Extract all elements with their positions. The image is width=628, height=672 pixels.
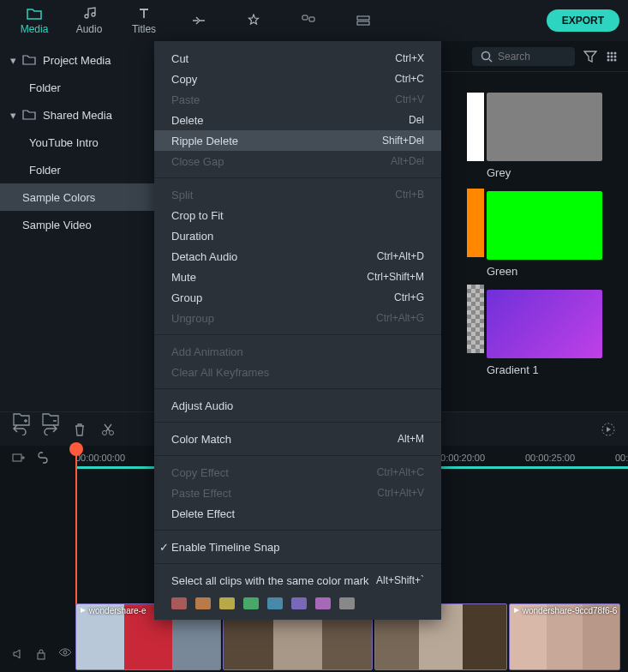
- menu-item[interactable]: Adjust Audio: [154, 395, 441, 416]
- color-swatch[interactable]: Grey: [487, 93, 602, 179]
- svg-rect-18: [38, 653, 45, 659]
- export-button[interactable]: EXPORT: [547, 9, 619, 32]
- menu-item[interactable]: Duration: [154, 225, 441, 246]
- svg-point-8: [607, 55, 610, 57]
- menu-label: Enable Timeline Snap: [171, 541, 424, 554]
- color-mark[interactable]: [219, 597, 235, 609]
- svg-point-14: [103, 430, 107, 435]
- menu-item[interactable]: CopyCtrl+C: [154, 69, 441, 89]
- color-swatch-partial[interactable]: [467, 285, 484, 353]
- color-mark[interactable]: [315, 597, 331, 609]
- svg-rect-3: [357, 21, 369, 25]
- transition-icon: [191, 13, 206, 28]
- search-field[interactable]: [498, 51, 558, 63]
- menu-item[interactable]: Color MatchAlt+M: [154, 429, 441, 449]
- svg-rect-0: [302, 15, 308, 20]
- sidebar-item[interactable]: Sample Colors(15: [0, 183, 180, 211]
- tree-label: Project Media: [43, 54, 159, 67]
- mute-track-button[interactable]: [12, 648, 24, 660]
- svg-point-19: [63, 651, 67, 654]
- timecode-label: 00:00:25:00: [525, 453, 575, 463]
- menu-item[interactable]: Select all clips with the same color mar…: [154, 570, 441, 591]
- color-swatch[interactable]: Green: [487, 191, 602, 278]
- color-mark[interactable]: [243, 597, 259, 609]
- swatch-label: Gradient 1: [487, 363, 602, 376]
- sidebar-item[interactable]: ▾Shared Media(1: [0, 101, 180, 129]
- tab-split[interactable]: [338, 2, 389, 39]
- color-mark[interactable]: [339, 597, 355, 609]
- sidebar-item[interactable]: Sample Video(20: [0, 211, 180, 238]
- menu-shortcut: Del: [409, 114, 424, 126]
- menu-item[interactable]: DeleteDel: [154, 110, 441, 130]
- svg-rect-2: [357, 16, 369, 20]
- delete-button[interactable]: [74, 423, 86, 436]
- menu-item[interactable]: CutCtrl+X: [154, 48, 441, 69]
- menu-item[interactable]: GroupCtrl+G: [154, 287, 441, 308]
- color-mark[interactable]: [267, 597, 283, 609]
- color-swatch-partial[interactable]: [467, 189, 484, 257]
- tab-titles[interactable]: Titles: [118, 2, 170, 39]
- sidebar-item[interactable]: YouTube Intro(1: [0, 129, 180, 156]
- menu-item[interactable]: ✓Enable Timeline Snap: [154, 537, 441, 557]
- timeline-settings-icon[interactable]: [601, 422, 616, 437]
- timeline-clip[interactable]: wondershare-9ccd78f6-6: [509, 603, 620, 670]
- menu-separator: [154, 388, 441, 389]
- menu-label: Color Match: [171, 433, 398, 446]
- menu-label: Mute: [171, 271, 367, 284]
- menu-item[interactable]: Crop to Fit: [154, 205, 441, 225]
- menu-label: Cut: [171, 52, 395, 65]
- menu-item[interactable]: Delete Effect: [154, 503, 441, 524]
- timecode-label: 00:00:00:00: [75, 453, 125, 463]
- top-bar: Media Audio Titles EXPORT: [0, 0, 628, 41]
- menu-shortcut: Shift+Del: [382, 135, 424, 147]
- color-swatch[interactable]: Gradient 1: [487, 290, 602, 376]
- split-button[interactable]: [101, 423, 115, 436]
- tab-media[interactable]: Media: [9, 2, 60, 39]
- sidebar-item[interactable]: ▾Project Media(0: [0, 46, 180, 74]
- tab-transitions[interactable]: [173, 2, 224, 39]
- clip-label: wondershare-e: [80, 606, 146, 615]
- undo-button[interactable]: [12, 423, 27, 435]
- color-mark[interactable]: [291, 597, 307, 609]
- tab-label: Media: [21, 23, 49, 35]
- menu-label: Adjust Audio: [171, 399, 424, 412]
- menu-separator: [154, 422, 441, 423]
- menu-separator: [154, 563, 441, 564]
- visibility-track-button[interactable]: [58, 648, 72, 660]
- svg-point-5: [607, 51, 610, 54]
- tab-effects[interactable]: [228, 2, 279, 39]
- color-swatch-partial[interactable]: [467, 93, 484, 161]
- grid-icon[interactable]: [606, 51, 618, 63]
- menu-shortcut: Ctrl+X: [395, 52, 424, 64]
- menu-item[interactable]: Ripple DeleteShift+Del: [154, 130, 441, 151]
- menu-item: PasteCtrl+V: [154, 89, 441, 110]
- redo-button[interactable]: [43, 423, 58, 435]
- swatch-label: Green: [487, 265, 602, 278]
- tab-elements[interactable]: [283, 2, 334, 39]
- folder-icon: [22, 110, 38, 120]
- effects-icon: [247, 13, 260, 28]
- svg-point-10: [614, 55, 617, 57]
- menu-item[interactable]: Detach AudioCtrl+Alt+D: [154, 246, 441, 267]
- elements-icon: [302, 13, 315, 28]
- tab-audio[interactable]: Audio: [63, 2, 115, 39]
- color-mark[interactable]: [195, 597, 211, 609]
- menu-item[interactable]: MuteCtrl+Shift+M: [154, 267, 441, 287]
- menu-shortcut: Ctrl+Alt+D: [377, 250, 424, 262]
- svg-point-13: [614, 58, 617, 61]
- add-marker-button[interactable]: [12, 452, 26, 464]
- menu-shortcut: Ctrl+C: [395, 73, 424, 85]
- link-button[interactable]: [36, 452, 50, 464]
- chevron-down-icon: ▾: [10, 109, 22, 122]
- svg-point-7: [614, 51, 617, 54]
- search-input[interactable]: [472, 47, 575, 66]
- menu-label: Delete: [171, 114, 409, 127]
- sidebar-item[interactable]: Folder(0: [0, 156, 180, 183]
- filter-icon[interactable]: [583, 51, 597, 63]
- color-mark[interactable]: [171, 597, 187, 609]
- search-icon: [481, 51, 493, 63]
- sidebar-item[interactable]: Folder(8: [0, 74, 180, 101]
- lock-track-button[interactable]: [36, 648, 46, 660]
- menu-label: Copy: [171, 73, 395, 86]
- menu-label: Copy Effect: [171, 466, 377, 479]
